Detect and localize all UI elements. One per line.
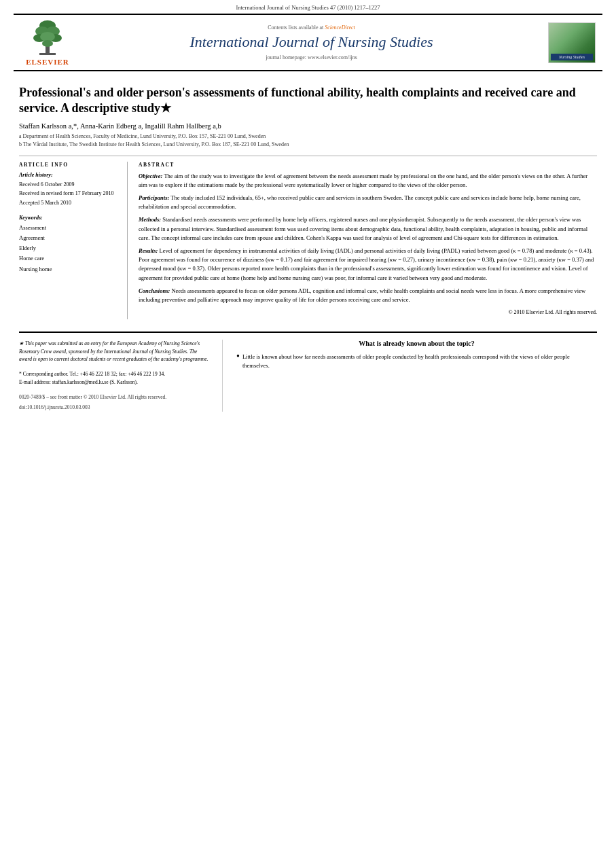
bullet-icon: • (236, 352, 240, 370)
svg-point-8 (42, 40, 53, 47)
journal-reference: International Journal of Nursing Studies… (0, 0, 616, 14)
abstract-conclusions: Conclusions: Needs assessments appeared … (139, 287, 597, 304)
objective-text: The aim of the study was to investigate … (139, 173, 587, 188)
issn-line: 0020-7489/$ – see front matter © 2010 El… (19, 393, 211, 401)
sidebar-box: What is already known about the topic? •… (236, 340, 597, 411)
keyword-nursinghome: Nursing home (19, 264, 120, 274)
abstract-header: ABSTRACT (139, 162, 597, 168)
abstract-body: Objective: The aim of the study was to i… (139, 172, 597, 317)
conclusions-text: Needs assessments appeared to focus on o… (139, 287, 585, 303)
doi-line: doi:10.1016/j.ijnurstu.2010.03.003 (19, 404, 211, 411)
history-dates: Received 6 October 2009 Received in revi… (19, 180, 120, 208)
svg-rect-1 (39, 53, 56, 55)
abstract-methods: Methods: Standardised needs assessments … (139, 215, 597, 243)
accepted-date: Accepted 5 March 2010 (19, 198, 120, 208)
article-info-header: ARTICLE INFO (19, 162, 120, 168)
abstract-participants: Participants: The study included 152 ind… (139, 194, 597, 211)
bullet-item-1: • Little is known about how far needs as… (236, 353, 597, 370)
keyword-assessment: Assessment (19, 223, 120, 233)
elsevier-wordmark: ELSEVIER (26, 58, 69, 66)
star-footnote: ★ This paper was submitted as an entry f… (19, 340, 211, 363)
keyword-agreement: Agreement (19, 233, 120, 243)
article-history: Article history: Received 6 October 2009… (19, 172, 120, 208)
article-title: Professional's and older person's assess… (19, 85, 597, 117)
journal-title-area: Contents lists available at ScienceDirec… (75, 24, 548, 60)
corresponding-footnote: * Corresponding author. Tel.: +46 46 222… (19, 370, 211, 378)
thumb-label: Nursing Studies (551, 54, 593, 60)
article-content: Professional's and older person's assess… (0, 71, 616, 326)
keywords-label: Keywords: (19, 215, 120, 221)
keyword-homecare: Home care (19, 253, 120, 264)
revised-date: Received in revised form 17 February 201… (19, 189, 120, 198)
two-column-layout: ARTICLE INFO Article history: Received 6… (19, 156, 597, 320)
results-label: Results: (139, 247, 158, 254)
affiliation-a: a Department of Health Sciences, Faculty… (19, 132, 597, 141)
keywords-section: Keywords: Assessment Agreement Elderly H… (19, 215, 120, 274)
results-text: Level of agreement for dependency in ins… (139, 247, 594, 281)
bullet-text-1: Little is known about how far needs asse… (242, 353, 597, 370)
journal-thumbnail: Nursing Studies (548, 22, 596, 63)
journal-homepage: journal homepage: www.elsevier.com/ijns (81, 54, 541, 60)
journal-title-main: International Journal of Nursing Studies (81, 33, 541, 51)
sidebar-box-title: What is already known about the topic? (236, 340, 597, 347)
abstract-results: Results: Level of agreement for dependen… (139, 247, 597, 283)
participants-text: The study included 152 individuals, 65+,… (139, 194, 581, 210)
history-label: Article history: (19, 172, 120, 178)
keyword-elderly: Elderly (19, 243, 120, 253)
affiliations: a Department of Health Sciences, Faculty… (19, 132, 597, 149)
affiliation-b: b The Vårdal Institute, The Swedish Inst… (19, 141, 597, 149)
svg-point-7 (40, 32, 55, 41)
bottom-section: ★ This paper was submitted as an entry f… (0, 333, 616, 418)
page-wrapper: International Journal of Nursing Studies… (0, 0, 616, 841)
abstract-objective: Objective: The aim of the study was to i… (139, 172, 597, 190)
article-info-column: ARTICLE INFO Article history: Received 6… (19, 162, 128, 320)
participants-label: Participants: (139, 194, 169, 201)
sciencedirect-link[interactable]: ScienceDirect (325, 24, 355, 31)
received-date: Received 6 October 2009 (19, 180, 120, 190)
conclusions-label: Conclusions: (139, 287, 170, 294)
email-footnote: E-mail address: staffan.karlsson@med.lu.… (19, 378, 211, 386)
abstract-column: ABSTRACT Objective: The aim of the study… (139, 162, 597, 320)
footnotes-section: ★ This paper was submitted as an entry f… (19, 340, 223, 411)
authors: Staffan Karlsson a,*, Anna-Karin Edberg … (19, 122, 597, 130)
journal-header: ELSEVIER Contents lists available at Sci… (14, 14, 602, 71)
elsevier-logo: ELSEVIER (20, 19, 75, 66)
contents-line: Contents lists available at ScienceDirec… (81, 24, 541, 31)
methods-text: Standardised needs assessments were perf… (139, 216, 587, 240)
elsevier-tree-icon (27, 19, 68, 56)
objective-label: Objective: (139, 173, 162, 179)
copyright-line: © 2010 Elsevier Ltd. All rights reserved… (139, 308, 597, 317)
methods-label: Methods: (139, 216, 161, 223)
